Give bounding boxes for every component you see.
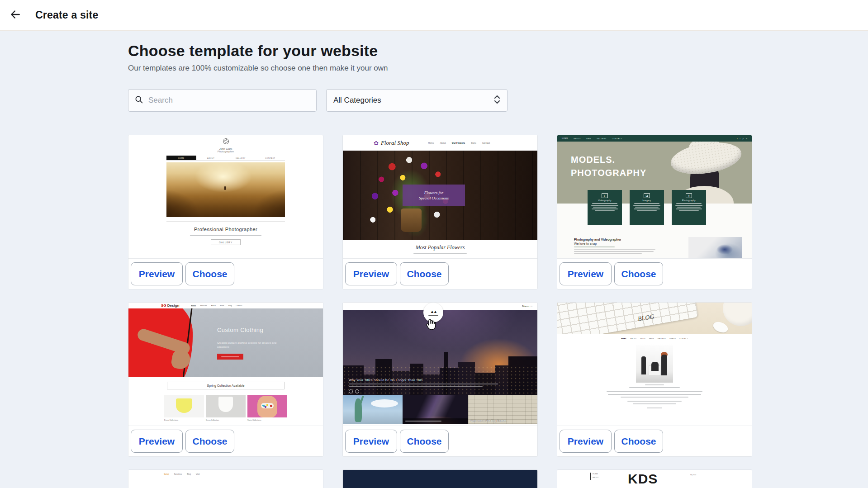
thumb-header: SG Design Home Services About Store Blog… <box>128 303 323 308</box>
template-thumbnail[interactable]: HOME ABOUT KDS My Site <box>557 470 752 488</box>
topbar: Create a site <box>0 0 868 31</box>
preview-button[interactable]: Preview <box>560 430 612 453</box>
choose-button[interactable]: Choose <box>400 262 449 285</box>
preview-button[interactable]: Preview <box>131 430 183 453</box>
search-input[interactable] <box>148 96 310 105</box>
product-photo-swimwear <box>247 395 287 417</box>
template-thumbnail[interactable]: HOME BIO WORK AWARDS CONTACT <box>343 470 537 488</box>
hero-title-line: PHOTOGRAPHY <box>571 166 646 180</box>
category-select[interactable]: All Categories <box>326 89 508 112</box>
thumb-title: Professional Photographer <box>128 227 323 232</box>
choose-button[interactable]: Choose <box>614 430 663 453</box>
preview-button[interactable]: Preview <box>131 262 183 285</box>
thumb-nav-item: CONTACT <box>612 137 622 140</box>
template-thumbnail[interactable]: Setup Services Blog Visit <box>128 470 323 488</box>
thumb-hero-city-skyline: Why Your Titles Should Be No Longer Than… <box>343 310 537 398</box>
thumb-nav-item: HOME <box>166 156 196 160</box>
vase <box>401 208 422 232</box>
template-card-partial-right: HOME ABOUT KDS My Site Preview Choose <box>557 469 752 488</box>
product-photo-yellow-dress <box>164 395 204 417</box>
thumb-nav-item: ABOUT <box>593 476 599 479</box>
template-thumbnail[interactable]: BLOG EMAIL ABOUT BLOG SHOP GALLERY PRESS… <box>557 303 752 426</box>
thumb-navbar: HOME ABOUT NEW GALLERY CONTACT f t p in <box>557 135 752 142</box>
thumb-about-block: Photography and Videographer We love to … <box>574 238 655 254</box>
filter-controls: All Categories <box>128 89 868 112</box>
feature-card: ▸ Videography <box>588 190 622 225</box>
template-card-photographer: John Clark Photographer HOME ABOUT GALLE… <box>128 135 323 289</box>
card-actions: Preview Choose <box>557 426 752 456</box>
card-actions: Preview Choose <box>128 259 323 289</box>
product-caption: Dress Collections <box>164 419 204 421</box>
subheading: Our templates are 100% customizable so c… <box>128 64 868 73</box>
post-text-lines <box>557 384 752 408</box>
thumb-nav-item: BLOG <box>640 337 645 340</box>
thumb-gallery-button: GALLERY <box>211 239 241 245</box>
search-box <box>128 89 317 112</box>
thumb-nav-item: Store <box>471 142 476 144</box>
camera-icon: ● <box>686 193 692 198</box>
mountains-icon: ▲▲ <box>430 310 436 314</box>
preview-button[interactable]: Preview <box>345 430 397 453</box>
hero-nav-dots <box>349 389 498 393</box>
main-content: Choose template for your website Our tem… <box>0 31 868 488</box>
product-row <box>128 395 323 417</box>
template-thumbnail[interactable]: John Clark Photographer HOME ABOUT GALLE… <box>128 135 323 259</box>
thumb-nav-item: ABOUT <box>196 156 226 160</box>
arrow-left-icon <box>9 9 21 22</box>
search-icon <box>134 95 143 106</box>
brand-accent: SG <box>161 303 166 308</box>
feature-card: ● Photography <box>672 190 706 225</box>
template-thumbnail[interactable]: ✿ Floral Shop Home About Our Flowers Sto… <box>343 135 537 259</box>
banner-line: Flowers for <box>424 190 443 195</box>
back-button[interactable] <box>6 6 24 24</box>
thumb-navbar: Home About Our Flowers Store Contact <box>428 142 490 144</box>
about-photo <box>688 237 742 259</box>
template-grid: John Clark Photographer HOME ABOUT GALLE… <box>128 135 752 488</box>
thumb-nav-item: GALLERY <box>597 137 607 140</box>
template-thumbnail[interactable]: Menu ☰ Why Your Titles Should Be No Long… <box>343 303 537 426</box>
feature-title: Imagery <box>632 199 661 202</box>
thumb-nav-item: CONTACT <box>256 156 285 160</box>
thumb-hero-image-tulips: Flowers for Special Occasions <box>343 151 537 240</box>
thumb-nav-item: Blog <box>228 304 232 307</box>
thumb-nav-item: HOME <box>593 473 599 475</box>
choose-button[interactable]: Choose <box>185 262 234 285</box>
template-card-sg-design: SG Design Home Services About Store Blog… <box>128 302 323 457</box>
template-card-blog: BLOG EMAIL ABOUT BLOG SHOP GALLERY PRESS… <box>557 302 752 457</box>
keyboard <box>557 303 698 334</box>
gallery-photo-night-sky <box>403 395 468 424</box>
image-icon: ◪ <box>644 193 650 198</box>
desk-object <box>723 303 752 326</box>
thumb-nav-item: ABOUT <box>631 337 637 340</box>
choose-button[interactable]: Choose <box>400 430 449 453</box>
thumb-brand: Floral Shop <box>381 139 409 147</box>
template-thumbnail[interactable]: SG Design Home Services About Store Blog… <box>128 303 323 426</box>
menu-label: Menu ☰ <box>522 304 533 308</box>
page-title: Create a site <box>35 9 98 21</box>
thumb-hero-banner: Flowers for Special Occasions <box>403 185 465 206</box>
thumb-nav-item: Contact <box>482 142 490 144</box>
thumb-section-title: Most Popular Flowers <box>343 244 537 251</box>
thumb-nav-item: SHOP <box>649 337 654 340</box>
thumb-nav-item: Home <box>191 304 196 307</box>
thumb-nav-item: Services <box>174 473 182 475</box>
thumb-hero-title: MODELS. PHOTOGRAPHY <box>571 153 646 180</box>
divider <box>166 221 285 222</box>
preview-button[interactable]: Preview <box>560 262 612 285</box>
thumb-navbar: EMAIL ABOUT BLOG SHOP GALLERY PRESS CONT… <box>557 337 752 340</box>
thumb-nav-item: About <box>440 142 446 144</box>
choose-button[interactable]: Choose <box>185 430 234 453</box>
computer-mouse <box>711 320 729 334</box>
choose-button[interactable]: Choose <box>614 262 663 285</box>
template-thumbnail[interactable]: HOME ABOUT NEW GALLERY CONTACT f t p in <box>557 135 752 259</box>
preview-button[interactable]: Preview <box>345 262 397 285</box>
thumb-nav-item: Setup <box>164 473 169 475</box>
thumb-hero-title: Why Your Titles Should Be No Longer Than… <box>349 379 498 382</box>
card-actions: Preview Choose <box>128 426 323 456</box>
template-card-partial-left: Setup Services Blog Visit Preview Choose <box>128 469 323 488</box>
thumb-navbar: HOME ABOUT GALLERY CONTACT <box>166 156 285 161</box>
facebook-icon: f <box>737 137 737 140</box>
flower-icon: ✿ <box>374 140 379 147</box>
thumb-hero-desk: BLOG <box>557 303 752 334</box>
thumb-lower-section: Photography and Videographer We love to … <box>557 225 752 258</box>
